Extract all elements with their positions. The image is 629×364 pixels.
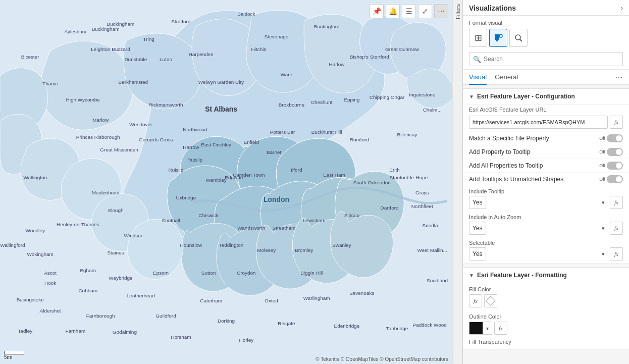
svg-text:Chiswick: Chiswick: [199, 213, 219, 218]
include-tooltip-select[interactable]: Yes No: [469, 196, 486, 209]
panel-content: ▼ Esri Feature Layer - Configuration Esr…: [463, 85, 629, 364]
tabs-more-btn[interactable]: ⋯: [615, 73, 623, 84]
outline-color-btns: ▾ fx: [469, 322, 623, 335]
format-visual-section: Format visual ⊞: [463, 16, 629, 49]
filters-strip[interactable]: Filters: [452, 0, 462, 364]
svg-text:Grays: Grays: [415, 190, 429, 195]
pin-button[interactable]: 📌: [370, 4, 384, 18]
svg-text:Ruislip: Ruislip: [169, 167, 184, 173]
svg-text:Harpenden: Harpenden: [189, 51, 214, 57]
svg-text:St Albans: St Albans: [205, 105, 237, 113]
svg-text:Hitchin: Hitchin: [251, 46, 267, 52]
svg-text:Uxbridge: Uxbridge: [176, 195, 196, 200]
format-chevron: ▼: [469, 273, 474, 278]
outline-color-fx-btn[interactable]: fx: [494, 322, 507, 335]
svg-text:Ware: Ware: [281, 72, 293, 77]
svg-text:Watlington: Watlington: [23, 175, 47, 180]
svg-text:Epping: Epping: [344, 97, 359, 102]
svg-text:South Ockendon: South Ockendon: [353, 180, 391, 185]
svg-text:East Finchley: East Finchley: [201, 142, 231, 147]
outline-color-row: Outline Color ▾ fx: [463, 310, 629, 337]
svg-text:Broxbourne: Broxbourne: [279, 102, 305, 108]
notification-button[interactable]: 🔔: [386, 4, 400, 18]
svg-text:Chipping Ongar: Chipping Ongar: [370, 94, 405, 100]
svg-text:Ascot: Ascot: [44, 270, 57, 276]
url-fx-button[interactable]: fx: [610, 116, 623, 129]
expand-button[interactable]: ⤢: [418, 4, 432, 18]
selectable-wrapper: Yes No: [469, 247, 608, 261]
svg-text:Snodla...: Snodla...: [423, 223, 442, 228]
tab-general[interactable]: General: [495, 73, 518, 85]
svg-text:Epsom: Epsom: [153, 270, 169, 276]
analytics-format-btn[interactable]: [509, 29, 528, 47]
outline-color-dropdown[interactable]: ▾: [483, 322, 492, 334]
svg-text:Cheshunt: Cheshunt: [311, 99, 333, 105]
svg-text:Buckhurst Hill: Buckhurst Hill: [311, 129, 342, 135]
include-tooltip-fx[interactable]: fx: [610, 196, 623, 209]
svg-text:Thame: Thame: [42, 81, 58, 86]
tab-visual[interactable]: Visual: [469, 73, 487, 85]
toggle-3[interactable]: Off: [599, 175, 623, 183]
paint-format-btn[interactable]: [489, 29, 507, 47]
scale-label: 5mi: [4, 354, 24, 360]
outline-black-swatch: [469, 322, 483, 334]
toggle-rows: Match a Specific Tile Property Off Add P…: [463, 132, 629, 186]
url-input[interactable]: [469, 116, 608, 129]
selectable-fx[interactable]: fx: [610, 247, 623, 261]
outline-color-picker[interactable]: ▾: [469, 322, 492, 335]
auto-zoom-select[interactable]: Yes No: [469, 222, 486, 235]
svg-text:Edgware: Edgware: [225, 175, 245, 180]
svg-text:Baldock: Baldock: [237, 11, 255, 17]
svg-text:Lewisham: Lewisham: [303, 218, 326, 223]
svg-text:Edenbridge: Edenbridge: [334, 323, 360, 329]
fill-color-fx-btn[interactable]: fx: [469, 294, 482, 307]
svg-text:Horsham: Horsham: [171, 334, 191, 340]
toggle-1[interactable]: Off: [599, 148, 623, 156]
svg-text:Aldershot: Aldershot: [40, 308, 61, 314]
svg-text:Southall: Southall: [162, 218, 180, 223]
svg-text:Dunstable: Dunstable: [124, 57, 147, 62]
svg-text:Buckingham: Buckingham: [92, 26, 120, 32]
selectable-select[interactable]: Yes No: [469, 247, 486, 261]
svg-text:Caterham: Caterham: [200, 298, 222, 303]
menu-button[interactable]: ☰: [402, 4, 416, 18]
filters-label[interactable]: Filters: [455, 0, 461, 23]
panel-chevron[interactable]: ›: [621, 5, 623, 12]
auto-zoom-fx[interactable]: fx: [610, 222, 623, 235]
url-input-row: fx: [463, 114, 629, 132]
svg-text:Oxted: Oxted: [265, 298, 278, 303]
fill-color-clear-btn[interactable]: [484, 294, 497, 307]
svg-text:Ingatestone: Ingatestone: [409, 92, 435, 97]
svg-text:Ilford: Ilford: [291, 167, 302, 173]
svg-text:Leatherhead: Leatherhead: [127, 293, 155, 298]
svg-text:Harrow: Harrow: [183, 144, 199, 150]
toggle-row-3: Add Tooltips to Unmatched Shapes Off: [463, 173, 629, 186]
search-input[interactable]: [469, 52, 623, 66]
toggle-2[interactable]: Off: [599, 162, 623, 170]
toggle-0[interactable]: Off: [599, 134, 623, 142]
svg-text:Farnborough: Farnborough: [86, 313, 115, 319]
svg-text:Bromley: Bromley: [295, 247, 313, 253]
formatting-header[interactable]: ▼ Esri Feature Layer - Formatting: [463, 268, 629, 283]
svg-text:Biggin Hill: Biggin Hill: [300, 270, 323, 276]
svg-text:Hounslow: Hounslow: [180, 242, 202, 248]
svg-text:Warlingham: Warlingham: [303, 295, 330, 301]
table-format-btn[interactable]: ⊞: [469, 29, 487, 47]
more-button[interactable]: ⋯: [434, 4, 448, 18]
svg-text:Luton: Luton: [160, 57, 172, 62]
svg-text:Gerrards Cross: Gerrards Cross: [139, 137, 173, 142]
formatting-title: Esri Feature Layer - Formatting: [477, 272, 567, 279]
map-container[interactable]: London Buckingham Stratford Baldock Stev…: [0, 0, 452, 364]
configuration-header[interactable]: ▼ Esri Feature Layer - Configuration: [463, 89, 629, 105]
svg-text:Croydon: Croydon: [237, 270, 256, 276]
svg-text:Ruislip: Ruislip: [187, 157, 202, 163]
tabs-row: Visual General ⋯: [463, 70, 629, 85]
url-label: Esri ArcGIS Feature Layer URL: [469, 107, 623, 113]
svg-text:Marlow: Marlow: [92, 117, 109, 123]
svg-rect-111: [495, 34, 499, 40]
svg-text:Tonbridge: Tonbridge: [386, 326, 408, 331]
svg-text:Romford: Romford: [350, 137, 369, 142]
svg-text:Woodley: Woodley: [25, 228, 45, 233]
svg-text:Swanley: Swanley: [332, 242, 351, 248]
svg-text:Cobham: Cobham: [78, 288, 97, 293]
